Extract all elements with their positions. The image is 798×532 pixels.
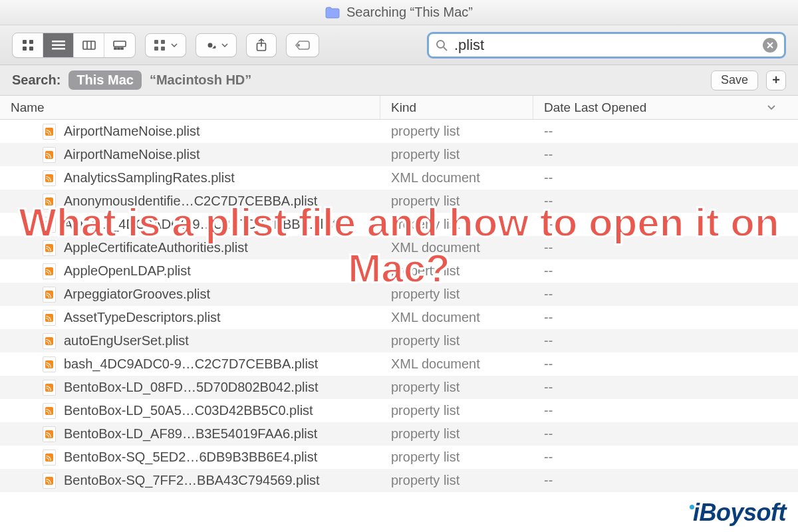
plist-file-icon [43,194,56,209]
svg-rect-11 [114,48,116,49]
clear-search-button[interactable] [763,38,777,53]
cell-name: BentoBox-SQ_5ED2…6DB9B3BB6E4.plist [0,450,380,466]
search-input[interactable] [454,37,756,54]
table-row[interactable]: ArpeggiatorGrooves.plistproperty list-- [0,283,798,306]
plist-file-icon [43,450,56,466]
scope-this-mac[interactable]: This Mac [68,70,142,90]
table-row[interactable]: AnalyticsSamplingRates.plistXML document… [0,166,798,190]
add-criteria-button[interactable]: + [766,70,786,90]
cell-name: Apple…_4DC9ADC0-9…C2C7D7CEBBA.plist [0,217,380,233]
file-name: BentoBox-SQ_5ED2…6DB9B3BB6E4.plist [64,450,317,465]
file-name: BentoBox-LD_AF89…B3E54019FAA6.plist [64,426,317,442]
file-name: AirportNameNoise.plist [64,147,200,162]
table-row[interactable]: AppleOpenLDAP.plistproperty list-- [0,259,798,283]
svg-rect-12 [118,48,120,49]
arrange-dropdown[interactable] [145,33,186,57]
watermark-text: iBoysoft [693,499,786,527]
cell-kind: property list [380,217,533,232]
scope-macintosh-hd[interactable]: “Macintosh HD” [150,72,251,88]
svg-rect-16 [154,47,158,51]
cell-date: -- [533,356,798,372]
column-header-name[interactable]: Name [0,96,380,119]
view-list-button[interactable] [43,33,74,57]
column-header-date-label: Date Last Opened [544,100,646,115]
search-icon [436,39,448,51]
chevron-down-icon [221,43,228,47]
table-row[interactable]: BentoBox-LD_50A5…C03D42BB5C0.plistproper… [0,399,798,422]
table-row[interactable]: BentoBox-SQ_7FF2…BBA43C794569.plistprope… [0,469,798,492]
table-row[interactable]: AssetTypeDescriptors.plistXML document-- [0,306,798,329]
cell-date: -- [533,333,798,348]
cell-name: AppleCertificateAuthorities.plist [0,240,380,256]
view-gallery-button[interactable] [104,33,135,57]
tag-icon [295,40,311,51]
toolbar [0,25,798,65]
table-row[interactable]: AirportNameNoise.plistproperty list-- [0,120,798,143]
cell-kind: XML document [380,356,533,372]
cell-date: -- [533,217,798,232]
column-header-name-label: Name [11,100,45,115]
table-row[interactable]: AnonymousIdentifie…C2C7D7CEBBA.plistprop… [0,190,798,213]
cell-kind: property list [380,287,533,302]
cell-kind: property list [380,333,533,348]
file-name: AnalyticsSamplingRates.plist [64,170,235,186]
file-name: Apple…_4DC9ADC0-9…C2C7D7CEBBA.plist [64,217,336,232]
table-row[interactable]: bash_4DC9ADC0-9…C2C7D7CEBBA.plistXML doc… [0,352,798,376]
plist-file-icon [43,426,56,442]
cell-name: bash_4DC9ADC0-9…C2C7D7CEBBA.plist [0,356,380,372]
plist-file-icon [43,147,56,163]
window-title: Searching “This Mac” [346,5,473,20]
column-header-kind[interactable]: Kind [380,96,533,119]
svg-rect-0 [23,40,27,44]
cell-name: AnonymousIdentifie…C2C7D7CEBBA.plist [0,194,380,209]
table-row[interactable]: BentoBox-LD_08FD…5D70D802B042.plistprope… [0,376,798,399]
plist-file-icon [43,124,56,140]
file-name: ArpeggiatorGrooves.plist [64,287,210,302]
svg-rect-2 [23,47,27,51]
file-name: AssetTypeDescriptors.plist [64,310,221,325]
file-name: AirportNameNoise.plist [64,124,200,139]
svg-point-20 [298,44,300,46]
view-mode-segment [12,33,136,58]
plist-file-icon [43,356,56,372]
view-icon-button[interactable] [13,33,43,57]
gear-icon [204,39,216,51]
cell-name: BentoBox-LD_AF89…B3E54019FAA6.plist [0,426,380,442]
cell-kind: property list [380,194,533,209]
cell-date: -- [533,263,798,279]
table-row[interactable]: BentoBox-SQ_5ED2…6DB9B3BB6E4.plistproper… [0,446,798,469]
save-search-button[interactable]: Save [711,70,758,90]
folder-icon [325,7,340,19]
table-row[interactable]: autoEngUserSet.plistproperty list-- [0,329,798,352]
column-headers: Name Kind Date Last Opened [0,96,798,120]
cell-name: BentoBox-LD_08FD…5D70D802B042.plist [0,380,380,396]
cell-date: -- [533,426,798,442]
svg-rect-6 [52,48,65,50]
view-column-button[interactable] [74,33,104,57]
plist-file-icon [43,170,56,186]
plist-file-icon [43,403,56,419]
share-button[interactable] [246,33,277,57]
column-header-date[interactable]: Date Last Opened [533,96,798,119]
action-dropdown[interactable] [196,33,237,57]
svg-point-21 [437,41,444,48]
cell-name: autoEngUserSet.plist [0,333,380,349]
table-row[interactable]: Apple…_4DC9ADC0-9…C2C7D7CEBBA.plistprope… [0,213,798,236]
svg-rect-17 [161,47,165,51]
cell-date: -- [533,380,798,395]
tags-button[interactable] [286,33,319,57]
plist-file-icon [43,263,56,279]
cell-name: AppleOpenLDAP.plist [0,263,380,279]
cell-date: -- [533,450,798,465]
svg-rect-3 [29,47,33,51]
window-titlebar: Searching “This Mac” [0,0,798,25]
cell-kind: property list [380,147,533,162]
cell-name: AnalyticsSamplingRates.plist [0,170,380,186]
column-header-kind-label: Kind [391,100,416,115]
table-row[interactable]: AppleCertificateAuthorities.plistXML doc… [0,236,798,259]
table-row[interactable]: AirportNameNoise.plistproperty list-- [0,143,798,166]
plist-file-icon [43,287,56,303]
table-row[interactable]: BentoBox-LD_AF89…B3E54019FAA6.plistprope… [0,422,798,446]
cell-name: BentoBox-SQ_7FF2…BBA43C794569.plist [0,473,380,489]
cell-name: BentoBox-LD_50A5…C03D42BB5C0.plist [0,403,380,419]
